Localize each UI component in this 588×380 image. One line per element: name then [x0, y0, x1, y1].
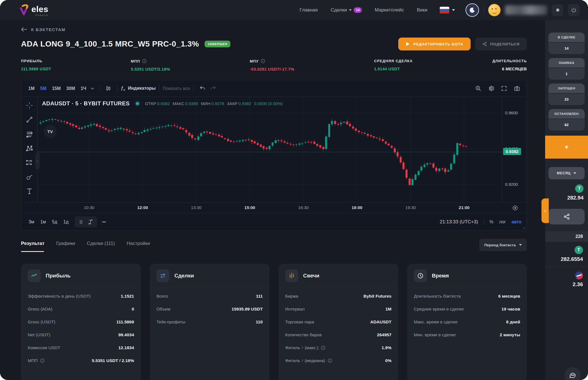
trend-line-tool[interactable]: [26, 116, 33, 124]
tab-active[interactable]: Результат: [21, 238, 45, 252]
chart-symbol[interactable]: ADAUSDT · 5 · BYBIT FUTURES: [42, 100, 130, 107]
status-chip-value: 62: [548, 119, 585, 131]
show-all-button[interactable]: Показать все: [163, 86, 190, 91]
candlestick-chart-canvas[interactable]: [38, 97, 502, 202]
veles-logo[interactable]: eles finance: [17, 4, 48, 17]
percent-scale-button[interactable]: %: [490, 219, 494, 224]
resize-grip[interactable]: [522, 225, 526, 229]
time-axis[interactable]: 10:3012:0013:3015:0016:3018:0019:3021:00: [21, 202, 527, 213]
range-button[interactable]: 5д: [50, 218, 59, 226]
tab-item[interactable]: Графики: [56, 238, 75, 252]
row-label-text: Эффективность в день (USDT): [28, 294, 91, 299]
language-selector[interactable]: [440, 7, 455, 13]
header-stat: ПРИБЫЛЬ111.5869 USDT: [21, 59, 51, 71]
gear-icon: [555, 7, 560, 13]
tab-item[interactable]: Сделки (111): [87, 238, 115, 252]
info-icon[interactable]: [261, 59, 265, 63]
status-chip[interactable]: ОШИБКА1: [548, 58, 585, 80]
undo-button[interactable]: [197, 83, 208, 94]
timeframe-button[interactable]: 15М: [49, 84, 63, 93]
range-button[interactable]: 1м: [38, 218, 48, 226]
info-icon[interactable]: [142, 59, 147, 63]
sidebar-share-button[interactable]: [548, 209, 585, 224]
nav-home-label: Главная: [300, 7, 318, 13]
chevron-down-icon: [91, 87, 94, 90]
info-icon[interactable]: [40, 358, 45, 363]
indicators-button[interactable]: ƒx Индикаторы: [121, 85, 156, 91]
status-chip[interactable]: В СДЕЛКЕ14: [548, 33, 585, 54]
row-label-text: Комиссия USDT: [28, 345, 60, 350]
status-chip-value: 14: [548, 43, 585, 54]
range-button[interactable]: 1д: [61, 218, 71, 226]
nav-marketplace[interactable]: Маркетплейс: [375, 7, 404, 13]
avatar[interactable]: [488, 4, 501, 16]
fib-retracement-tool[interactable]: [26, 130, 33, 138]
info-icon[interactable]: [328, 358, 332, 363]
sidebar-collapse-handle[interactable]: ‹: [541, 198, 549, 223]
price-scale[interactable]: 0.96000.94000.92000.9382: [502, 97, 527, 202]
logout-button[interactable]: [568, 4, 580, 16]
chart-settings-button[interactable]: [486, 83, 496, 94]
deals-count-badge: 14: [354, 7, 362, 13]
edit-bot-button[interactable]: РЕДАКТИРОВАТЬ БОТА: [398, 38, 471, 50]
nav-home[interactable]: Главная: [300, 7, 318, 13]
title-actions: РЕДАКТИРОВАТЬ БОТА ПОДЕЛИТЬСЯ: [398, 38, 527, 50]
price-range-tool-icon[interactable]: [86, 218, 95, 226]
drawing-toolbar-collapse[interactable]: ‹: [36, 153, 40, 169]
username-blurred[interactable]: [505, 5, 547, 15]
nav-wiki[interactable]: Вики: [417, 7, 427, 13]
text-tool[interactable]: [26, 187, 33, 195]
stat-value: 1.0144 USDT: [374, 67, 413, 71]
tabs-group: РезультатГрафикиСделки (111)Настройки: [21, 238, 162, 252]
timeframe-button[interactable]: 1Ч: [78, 84, 89, 93]
row-label: Макс. время в сделке: [414, 319, 458, 325]
timeframe-more-button[interactable]: [89, 83, 96, 94]
undo-icon: [199, 85, 206, 92]
market-status-icon[interactable]: [136, 102, 139, 105]
status-chip-label: ОСТАНОВЛЕН: [548, 109, 585, 119]
backtest-period-button[interactable]: Период бэктеста: [479, 239, 527, 251]
chart-bottombar-right: 21:13:33 (UTC+3) % лог авто: [440, 218, 522, 226]
status-chip[interactable]: ЗАПУЩЕН23: [548, 84, 585, 105]
info-icon[interactable]: [321, 346, 325, 350]
stat-label: СРЕДНЯЯ СДЕЛКА: [374, 59, 413, 63]
back-link[interactable]: К БЭКТЕСТАМ: [21, 27, 66, 32]
chevron-down-icon: [519, 244, 522, 246]
auto-scale-button[interactable]: авто: [511, 219, 522, 224]
status-chip[interactable]: ОСТАНОВЛЕН62: [548, 109, 585, 131]
high-value: 0.9389: [185, 101, 198, 106]
timeframe-button[interactable]: 1М: [26, 84, 37, 93]
range-button[interactable]: 3м: [26, 218, 36, 226]
timeframe-button[interactable]: 5М: [38, 84, 49, 93]
projection-tool[interactable]: [26, 159, 33, 166]
screenshot-button[interactable]: [511, 83, 522, 94]
tab-item[interactable]: Настройки: [127, 238, 150, 252]
horizontal-line-tool-icon[interactable]: [100, 218, 108, 226]
redo-button[interactable]: [208, 83, 218, 94]
row-value: 1.1521: [121, 294, 134, 299]
share-button[interactable]: ПОДЕЛИТЬСЯ: [475, 38, 527, 50]
stat-card: ВремяДлительность бэктеста6 месяцевСредн…: [407, 264, 527, 380]
chart-clock[interactable]: 21:13:33 (UTC+3): [440, 219, 478, 225]
tradingview-logo[interactable]: TV: [44, 125, 57, 138]
timeframe-button[interactable]: 30М: [64, 84, 78, 93]
theme-toggle[interactable]: [466, 3, 479, 17]
nav-deals[interactable]: Сделки 14: [331, 7, 362, 13]
add-bot-button[interactable]: +: [545, 136, 588, 159]
row-value: 264957: [377, 332, 392, 337]
log-scale-button[interactable]: лог: [499, 219, 506, 224]
row-label: Количество баров: [285, 332, 322, 337]
period-selector[interactable]: МЕСЯЦ: [548, 167, 585, 179]
time-tick: 19:30: [405, 205, 416, 210]
low-value: 0.9378: [211, 101, 224, 106]
settings-button[interactable]: [552, 4, 563, 16]
axis-settings-icon[interactable]: [512, 205, 518, 211]
brush-tool[interactable]: [26, 173, 33, 181]
xabcd-pattern-tool[interactable]: [26, 144, 33, 152]
fullscreen-button[interactable]: [499, 83, 509, 94]
drag-dots-icon[interactable]: [77, 218, 85, 226]
crosshair-tool[interactable]: [26, 101, 33, 109]
edit-bot-label: РЕДАКТИРОВАТЬ БОТА: [413, 42, 463, 46]
candle-style-button[interactable]: [103, 83, 114, 94]
quick-search-button[interactable]: [473, 83, 483, 94]
